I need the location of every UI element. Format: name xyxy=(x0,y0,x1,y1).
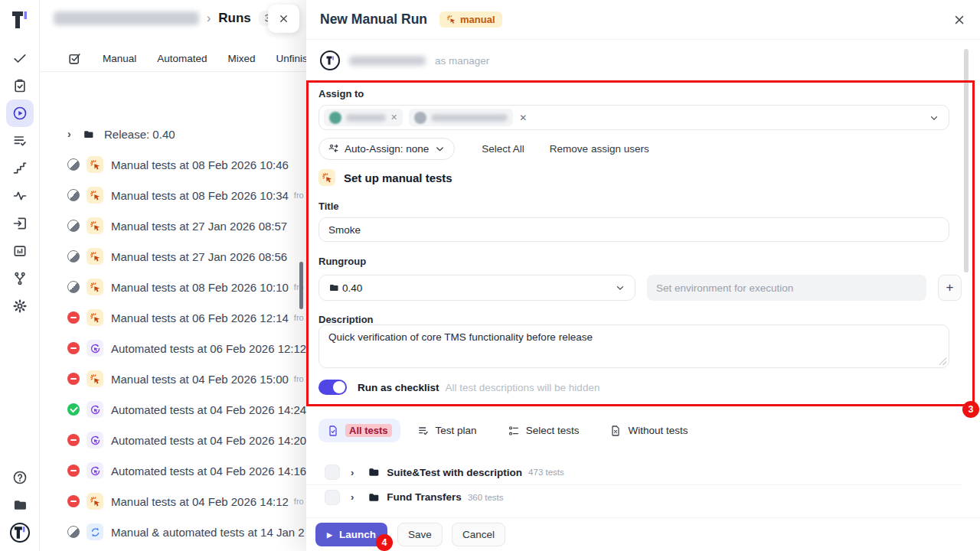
checklist-label: Run as checklist xyxy=(358,382,439,393)
sidebar-item-import[interactable] xyxy=(6,210,34,237)
checklist-hint: All test descriptions will be hidden xyxy=(446,382,600,393)
tab-test-plan[interactable]: Test plan xyxy=(417,419,477,442)
runs-tab-mixed[interactable]: Mixed xyxy=(228,53,256,64)
select-all-link[interactable]: Select All xyxy=(482,143,524,155)
check-icon xyxy=(12,51,28,66)
automated-run-icon xyxy=(87,401,103,418)
remove-assignee-icon[interactable]: ✕ xyxy=(390,112,397,122)
mixed-run-icon xyxy=(87,523,103,540)
run-as-checklist-toggle[interactable] xyxy=(318,380,347,395)
suite-checkbox[interactable] xyxy=(325,465,340,480)
sidebar-item-plans[interactable] xyxy=(6,127,34,155)
modal-close-icon[interactable] xyxy=(952,13,966,27)
add-environment-button[interactable]: + xyxy=(938,275,962,301)
suite-name[interactable]: Fund Transfers xyxy=(387,491,462,503)
tab-without-tests[interactable]: Without tests xyxy=(609,419,688,442)
manual-run-icon xyxy=(87,279,103,295)
sidebar-item-reports[interactable] xyxy=(6,237,34,265)
assignee-chip[interactable] xyxy=(409,109,513,126)
run-label[interactable]: Release: 0.40 xyxy=(104,128,175,141)
sidebar-item-tasks[interactable] xyxy=(6,72,34,99)
runs-tab-automated[interactable]: Automated xyxy=(157,53,207,64)
setup-manual-tests-heading: Set up manual tests xyxy=(318,169,452,186)
run-label[interactable]: Manual & automated tests at 14 Jan 2 xyxy=(111,526,305,539)
rungroup-label: Rungroup xyxy=(318,256,366,267)
suite-test-count: 473 tests xyxy=(528,468,564,477)
run-label[interactable]: Automated tests at 04 Feb 2026 14:16 xyxy=(111,465,306,478)
profile-avatar xyxy=(10,523,30,543)
run-label[interactable]: Manual tests at 08 Feb 2026 10:10 xyxy=(111,281,289,294)
chevron-right-icon[interactable]: › xyxy=(67,128,80,140)
run-label[interactable]: Automated tests at 04 Feb 2026 14:20 xyxy=(111,434,306,447)
manager-name-blurred xyxy=(349,56,426,66)
suite-row[interactable]: ›Fund Transfers360 tests xyxy=(306,484,962,509)
runs-tab-manual[interactable]: Manual xyxy=(103,53,136,64)
manager-avatar xyxy=(320,51,340,70)
chevron-right-icon[interactable]: › xyxy=(351,491,354,503)
remove-assignee-icon[interactable]: ✕ xyxy=(519,112,527,123)
run-label[interactable]: Automated tests at 06 Feb 2026 12:12 xyxy=(111,342,306,355)
run-label[interactable]: Manual tests at 08 Feb 2026 10:46 xyxy=(111,158,289,171)
folder-icon xyxy=(328,282,339,293)
auto-assign-button[interactable]: Auto-Assign: none xyxy=(318,138,455,160)
automated-run-icon xyxy=(87,340,103,357)
sidebar-item-runs[interactable] xyxy=(6,99,34,127)
run-label[interactable]: Manual tests at 04 Feb 2026 15:00 xyxy=(111,373,289,386)
run-as-checklist-row: Run as checklist All test descriptions w… xyxy=(318,380,599,395)
save-button[interactable]: Save xyxy=(397,523,443,546)
runs-play-icon xyxy=(12,106,28,121)
automated-run-icon xyxy=(87,462,103,479)
sidebar-item-profile[interactable] xyxy=(6,519,34,546)
suite-row[interactable]: ›Suite&Test with description473 tests xyxy=(306,460,962,484)
title-label: Title xyxy=(318,201,339,212)
tab-select-tests[interactable]: Select tests xyxy=(508,419,580,442)
sidebar-item-help[interactable] xyxy=(6,464,34,491)
tab-all-tests[interactable]: All tests xyxy=(318,419,400,442)
run-label[interactable]: Manual tests at 06 Feb 2026 12:14 xyxy=(111,311,289,324)
environment-input[interactable] xyxy=(647,275,926,301)
status-failed-icon xyxy=(67,373,80,385)
folder-icon xyxy=(368,491,380,504)
app-sidebar xyxy=(0,0,40,551)
run-label[interactable]: Manual tests at 27 Jan 2026 08:56 xyxy=(111,250,287,263)
status-failed-icon xyxy=(67,495,80,507)
assign-to-select[interactable]: ✕ ✕ xyxy=(318,105,949,130)
description-textarea[interactable]: Quick verification of core TMS functiona… xyxy=(318,324,949,368)
run-label[interactable]: Manual tests at 27 Jan 2026 08:57 xyxy=(111,220,287,233)
cancel-button[interactable]: Cancel xyxy=(452,523,505,546)
suite-name[interactable]: Suite&Test with description xyxy=(387,467,522,478)
projects-folder-icon xyxy=(12,497,28,513)
suite-checkbox[interactable] xyxy=(325,490,340,505)
rungroup-select[interactable]: 0.40 xyxy=(318,275,635,301)
breadcrumb-runs[interactable]: Runs xyxy=(218,11,251,26)
steps-icon xyxy=(12,161,28,176)
background-scrollbar[interactable] xyxy=(299,262,303,309)
run-label[interactable]: Manual tests at 04 Feb 2026 14:12 xyxy=(111,495,289,508)
sidebar-item-branches[interactable] xyxy=(6,265,34,292)
status-failed-icon xyxy=(67,434,80,446)
folder-icon xyxy=(80,126,96,142)
tab-label: Test plan xyxy=(436,425,477,436)
sidebar-item-activity[interactable] xyxy=(6,182,34,210)
title-input[interactable] xyxy=(318,217,949,242)
test-suites-tree: ›Suite&Test with description473 tests›Fu… xyxy=(306,460,962,509)
sidebar-item-settings[interactable] xyxy=(6,292,34,320)
select-edit-icon[interactable] xyxy=(67,51,82,66)
chevron-right-icon[interactable]: › xyxy=(351,467,354,478)
run-label[interactable]: Manual tests at 08 Feb 2026 10:34 xyxy=(111,189,289,202)
status-progress-icon xyxy=(67,220,80,232)
brand-logo[interactable] xyxy=(10,9,30,31)
doc-check-icon xyxy=(327,425,339,437)
run-label[interactable]: Automated tests at 04 Feb 2026 14:24 xyxy=(111,403,306,416)
drawer-close-button[interactable] xyxy=(268,5,299,33)
manual-type-badge: manual xyxy=(439,11,502,28)
sidebar-item-projects[interactable] xyxy=(6,491,34,519)
assign-actions: Auto-Assign: none Select All Remove assi… xyxy=(318,138,649,160)
remove-assign-users-link[interactable]: Remove assign users xyxy=(550,143,649,155)
sidebar-item-results[interactable] xyxy=(6,44,34,72)
project-name-blurred[interactable] xyxy=(54,11,199,25)
modal-scrollbar[interactable] xyxy=(964,49,969,272)
assignee-chip[interactable]: ✕ xyxy=(324,109,403,126)
run-source-text: fro xyxy=(294,497,304,506)
sidebar-item-milestones[interactable] xyxy=(6,155,34,182)
